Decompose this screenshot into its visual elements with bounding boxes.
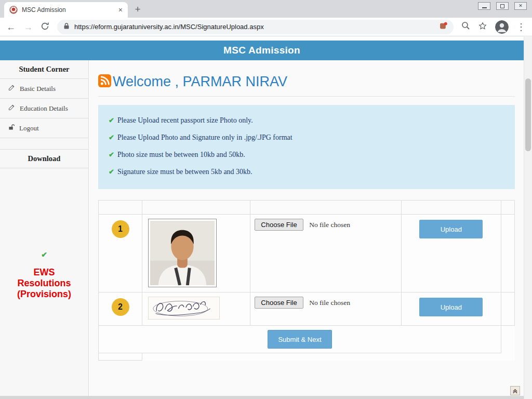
extension-alert-icon[interactable] — [440, 22, 447, 32]
sidebar-item-basic-details[interactable]: Basic Details — [0, 79, 88, 99]
sidebar-item-label: Logout — [19, 124, 39, 132]
ews-block: ✔ EWS Resolutions (Provisions) — [0, 250, 88, 300]
table-footer-row — [99, 353, 515, 361]
signature-choose-file-button[interactable]: Choose File — [255, 297, 303, 309]
rss-icon — [98, 74, 111, 89]
window-restore-button[interactable] — [496, 2, 509, 10]
instruction-text: Please Upload Photo and Signature only i… — [117, 134, 292, 142]
row-number-badge: 1 — [112, 220, 129, 238]
passport-photo-preview — [148, 219, 217, 287]
instructions-panel: ✔ Please Upload recent passport size Pho… — [98, 105, 515, 189]
sidebar-spacer — [0, 138, 88, 150]
close-icon: ✕ — [518, 4, 523, 8]
signature-preview — [148, 297, 220, 320]
sidebar-heading-student-corner: Student Corner — [0, 60, 88, 79]
browser-tab[interactable]: MSC Admission × — [4, 2, 128, 18]
restore-icon — [500, 4, 504, 8]
forward-icon[interactable]: → — [23, 22, 33, 32]
lock-icon — [63, 22, 70, 32]
scrollbar-thumb[interactable] — [525, 78, 531, 151]
new-tab-button[interactable]: + — [131, 3, 144, 16]
sidebar-item-label: Education Details — [20, 104, 68, 113]
photo-file-status: No file chosen — [309, 221, 350, 229]
window-minimize-button[interactable] — [478, 2, 490, 10]
web-page: MSC Admission Student Corner Basic Detai… — [0, 37, 532, 399]
edit-icon — [8, 104, 15, 113]
check-icon: ✔ — [109, 168, 114, 176]
signature-upload-row: 2 Choose File — [99, 292, 515, 326]
unlock-icon — [8, 124, 15, 132]
sidebar-item-education-details[interactable]: Education Details — [0, 99, 88, 118]
check-icon: ✔ — [109, 151, 114, 158]
address-bar[interactable]: https://eform.gujaratuniversity.ac.in/MS… — [57, 20, 454, 34]
submit-next-button[interactable]: Submit & Next — [268, 330, 332, 349]
sidebar: Student Corner Basic Details Education D… — [0, 60, 89, 399]
browser-tabstrip: MSC Admission × + ✕ — [0, 0, 532, 18]
window-controls: ✕ — [478, 2, 527, 10]
page-title: MSC Admission — [0, 41, 524, 60]
instruction-text: Please Upload recent passport size Photo… — [117, 116, 253, 125]
table-header-row — [99, 201, 515, 215]
edit-icon — [8, 84, 15, 93]
minimize-icon — [482, 7, 487, 8]
sidebar-heading-download[interactable]: Download — [0, 150, 88, 168]
instruction-text: Signature size must be between 5kb and 3… — [117, 168, 252, 176]
sidebar-item-logout[interactable]: Logout — [0, 118, 88, 138]
bookmark-star-icon[interactable] — [478, 21, 487, 33]
signature-file-status: No file chosen — [309, 299, 350, 307]
instruction-text: Photo size must be between 10kb and 50kb… — [117, 151, 245, 159]
row-number-badge: 2 — [112, 298, 129, 316]
instruction-line: ✔ Photo size must be between 10kb and 50… — [109, 151, 504, 159]
ews-line: Resolutions — [0, 278, 88, 289]
screen: MSC Admission × + ✕ ← → https://eform.gu… — [0, 0, 532, 399]
upload-table: 1 — [98, 200, 515, 361]
browser-toolbar: ← → https://eform.gujaratuniversity.ac.i… — [0, 18, 532, 36]
instruction-line: ✔ Signature size must be between 5kb and… — [109, 168, 504, 176]
photo-upload-button[interactable]: Upload — [419, 220, 483, 238]
welcome-title: Welcome , PARMAR NIRAV — [113, 74, 287, 90]
ews-resolutions-link[interactable]: EWS Resolutions (Provisions) — [0, 267, 88, 300]
signature-upload-button[interactable]: Upload — [419, 298, 483, 316]
sidebar-item-label: Basic Details — [20, 85, 56, 93]
back-to-top-button[interactable] — [510, 386, 520, 395]
check-icon: ✔ — [0, 250, 88, 259]
photo-upload-row: 1 — [99, 215, 515, 292]
window-close-button[interactable]: ✕ — [514, 2, 527, 10]
ews-line: EWS — [0, 267, 88, 278]
check-icon: ✔ — [109, 116, 114, 124]
ews-line: (Provisions) — [0, 289, 88, 300]
refresh-icon[interactable] — [41, 22, 49, 32]
back-icon[interactable]: ← — [6, 22, 16, 32]
check-icon: ✔ — [109, 134, 114, 141]
tab-close-icon[interactable]: × — [118, 6, 123, 14]
url-text[interactable]: https://eform.gujaratuniversity.ac.in/MS… — [74, 23, 435, 31]
welcome-header: Welcome , PARMAR NIRAV — [98, 74, 515, 97]
main-content: Welcome , PARMAR NIRAV ✔ Please Upload r… — [89, 60, 524, 399]
zoom-icon[interactable] — [461, 21, 470, 32]
instruction-line: ✔ Please Upload Photo and Signature only… — [109, 134, 504, 142]
photo-choose-file-button[interactable]: Choose File — [255, 219, 303, 231]
tab-title: MSC Admission — [22, 6, 114, 14]
instruction-line: ✔ Please Upload recent passport size Pho… — [109, 116, 504, 125]
site-favicon-icon — [9, 6, 18, 14]
page-scrollbar[interactable] — [524, 37, 532, 399]
submit-row: Submit & Next — [99, 326, 515, 353]
page-bottom-edge — [0, 396, 524, 399]
profile-avatar[interactable] — [495, 20, 509, 34]
browser-menu-icon[interactable]: ⋮ — [516, 22, 526, 32]
